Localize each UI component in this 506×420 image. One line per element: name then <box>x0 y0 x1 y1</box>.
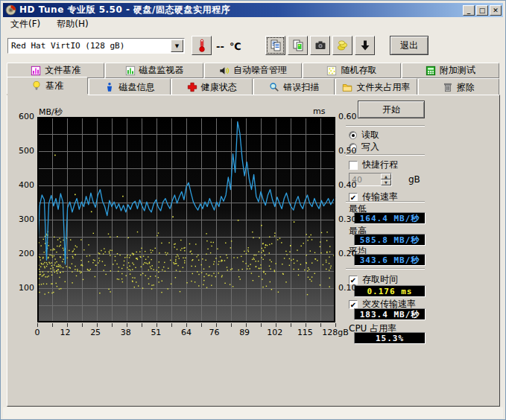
left-axis-tick: 500 <box>10 146 34 156</box>
read-label: 读取 <box>361 129 379 141</box>
info-icon <box>104 82 115 92</box>
write-label: 写入 <box>361 141 379 153</box>
exit-button[interactable]: 退出 <box>390 36 428 55</box>
shortstroke-checkbox[interactable] <box>349 161 358 170</box>
speaker-icon <box>219 66 230 76</box>
access-time-value: 0.176 ms <box>354 285 426 297</box>
x-axis-tick: 12 <box>49 328 82 337</box>
avg-value: 343.6 MB/秒 <box>354 254 426 266</box>
close-button[interactable]: ✕ <box>490 5 502 16</box>
x-axis-tick: 128gB <box>319 328 352 337</box>
tab-label: 自动噪音管理 <box>233 64 287 77</box>
spin-up-icon[interactable]: ▲ <box>381 174 391 179</box>
copy-text-icon <box>270 39 282 51</box>
copy-text-button[interactable] <box>265 36 285 55</box>
tab-label: 磁盘信息 <box>118 81 154 94</box>
donate-button[interactable] <box>332 36 352 55</box>
tab-row-secondary: 文件基准 磁盘监视器 自动噪音管理 随机存取 <box>7 63 500 78</box>
titlebar[interactable]: HD Tune 专业版 5.50 - 硬盘/固态硬盘实用程序 _ □ ✕ <box>3 3 503 17</box>
lightbulb-icon <box>31 80 42 91</box>
copy-image-button[interactable] <box>288 36 308 55</box>
save-results-button[interactable] <box>355 36 375 55</box>
health-cross-icon <box>187 82 197 92</box>
minimize-button[interactable]: _ <box>463 5 475 16</box>
tab-label: 基准 <box>45 80 63 92</box>
tab-label: 擦除 <box>457 81 475 94</box>
menu-help[interactable]: 帮助(H) <box>54 17 91 31</box>
right-axis-tick: 0.10 <box>338 283 364 293</box>
tab-label: 随机存取 <box>341 64 376 77</box>
magnifier-icon <box>269 82 279 92</box>
tab-label: 附加测试 <box>440 64 475 77</box>
screenshot-button[interactable] <box>310 36 330 55</box>
left-axis-tick: 100 <box>10 283 34 293</box>
trash-icon <box>443 82 453 92</box>
chevron-down-icon[interactable]: ▼ <box>171 39 183 52</box>
random-access-icon <box>326 66 337 76</box>
x-axis-tick: 115 <box>288 328 321 337</box>
camera-icon <box>314 39 326 51</box>
x-axis-tick: 38 <box>110 328 142 337</box>
spin-down-icon[interactable]: ▼ <box>381 179 391 185</box>
tab-folder-usage[interactable]: 文件夹占用率 <box>335 78 417 95</box>
tab-file-benchmark[interactable]: 文件基准 <box>7 63 104 78</box>
drive-select-value: Red Hat VirtIO (128 gB) <box>8 41 171 51</box>
x-axis-tick: 51 <box>139 328 172 337</box>
benchmark-plot <box>37 117 336 328</box>
x-axis-tick: 76 <box>198 328 231 337</box>
read-radio-row[interactable]: 读取 <box>349 129 379 141</box>
tab-error-scan[interactable]: 错误扫描 <box>253 78 335 95</box>
right-axis-tick: 0.40 <box>338 180 364 190</box>
tab-benchmark[interactable]: 基准 <box>7 77 88 94</box>
toolbar: Red Hat VirtIO (128 gB) ▼ -- ℃ <box>3 31 503 60</box>
left-axis-unit: MB/秒 <box>39 106 63 118</box>
menu-file[interactable]: 文件(F) <box>7 17 43 31</box>
right-axis-tick: 0.30 <box>338 214 364 224</box>
drive-select[interactable]: Red Hat VirtIO (128 gB) ▼ <box>7 38 185 54</box>
menubar: 文件(F) 帮助(H) <box>3 17 503 31</box>
left-axis-tick: 200 <box>10 249 34 258</box>
max-value: 585.8 MB/秒 <box>354 234 426 246</box>
tab-disk-info[interactable]: 磁盘信息 <box>89 78 170 95</box>
temperature-unit: ℃ <box>230 41 241 52</box>
tab-label: 磁盘监视器 <box>139 64 184 77</box>
tab-extra-tests[interactable]: 附加测试 <box>402 63 499 78</box>
download-arrow-icon <box>359 39 371 51</box>
divider <box>346 268 425 270</box>
right-axis-unit: ms <box>313 106 325 116</box>
shortstroke-row[interactable]: 快捷行程 <box>349 159 398 171</box>
x-axis-tick: 25 <box>79 328 112 337</box>
thermometer-icon <box>196 39 208 52</box>
left-axis-tick: 400 <box>10 180 34 190</box>
start-button[interactable]: 开始 <box>358 101 425 118</box>
window-footer-space <box>3 407 503 419</box>
content-panel: MB/秒 ms 开始 读取 写入 快捷行程 40 ▲ ▼ gB ✔ <box>7 95 500 407</box>
tab-health[interactable]: 健康状态 <box>171 78 253 95</box>
tab-aam[interactable]: 自动噪音管理 <box>204 63 302 78</box>
right-axis-tick: 0.60 <box>338 112 364 121</box>
temperature-button[interactable] <box>192 36 212 55</box>
tab-random-access[interactable]: 随机存取 <box>303 63 400 78</box>
extra-tests-icon <box>426 66 436 76</box>
file-benchmark-icon <box>31 66 41 76</box>
tab-erase[interactable]: 擦除 <box>418 78 499 95</box>
burst-rate-value: 183.4 MB/秒 <box>354 308 426 320</box>
folder-icon <box>342 82 352 92</box>
maximize-button[interactable]: □ <box>476 5 488 16</box>
tab-label: 文件基准 <box>45 64 80 77</box>
tab-disk-monitor[interactable]: 磁盘监视器 <box>105 63 203 78</box>
disk-monitor-icon <box>125 66 136 76</box>
x-axis-tick: 102 <box>259 328 291 337</box>
temperature-value: -- <box>216 41 224 52</box>
burst-rate-checkbox[interactable]: ✔ <box>349 300 358 309</box>
tab-label: 错误扫描 <box>283 81 319 94</box>
right-axis-tick: 0.50 <box>338 146 364 156</box>
window-title: HD Tune 专业版 5.50 - 硬盘/固态硬盘实用程序 <box>19 4 230 16</box>
read-radio[interactable] <box>349 131 357 139</box>
tab-label: 文件夹占用率 <box>356 81 410 94</box>
transfer-checkbox[interactable]: ✔ <box>349 193 358 202</box>
tab-row-primary: 基准 磁盘信息 健康状态 错误扫描 <box>7 78 500 95</box>
app-icon <box>5 4 16 16</box>
x-axis-tick: 89 <box>228 328 261 337</box>
capacity-unit: gB <box>408 174 420 185</box>
